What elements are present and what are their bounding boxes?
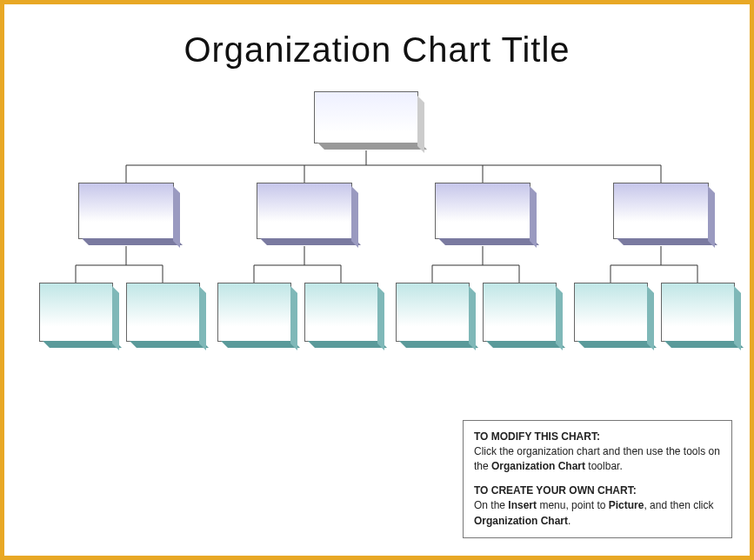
chart-title: Organization Chart Title — [4, 30, 750, 70]
instructions-box: TO MODIFY THIS CHART: Click the organiza… — [463, 420, 732, 538]
create-header: TO CREATE YOUR OWN CHART: — [474, 484, 637, 497]
org-node-leaf[interactable] — [304, 283, 378, 342]
modify-bold: Organization Chart — [491, 460, 585, 472]
create-pre: On the — [474, 499, 508, 511]
org-chart[interactable] — [4, 78, 750, 409]
create-b1: Insert — [508, 499, 537, 511]
modify-header: TO MODIFY THIS CHART: — [474, 430, 600, 443]
create-b3: Organization Chart — [474, 515, 568, 527]
org-node-leaf[interactable] — [574, 283, 648, 342]
create-b2: Picture — [609, 499, 644, 511]
org-node-leaf[interactable] — [39, 283, 113, 342]
org-node-leaf[interactable] — [217, 283, 291, 342]
modify-post: toolbar. — [585, 460, 623, 472]
org-node-mid[interactable] — [613, 183, 709, 239]
org-node-leaf[interactable] — [661, 283, 735, 342]
create-mid: menu, point to — [537, 499, 609, 511]
org-node-mid[interactable] — [257, 183, 352, 239]
modify-instructions: TO MODIFY THIS CHART: Click the organiza… — [474, 430, 721, 475]
create-mid2: , and then click — [644, 499, 713, 511]
create-instructions: TO CREATE YOUR OWN CHART: On the Insert … — [474, 483, 721, 529]
org-node-mid[interactable] — [78, 183, 174, 239]
create-post: . — [568, 515, 571, 527]
org-node-root[interactable] — [314, 91, 418, 143]
org-node-leaf[interactable] — [396, 283, 470, 342]
org-node-mid[interactable] — [435, 183, 530, 239]
org-node-leaf[interactable] — [126, 283, 200, 342]
org-node-leaf[interactable] — [483, 283, 557, 342]
